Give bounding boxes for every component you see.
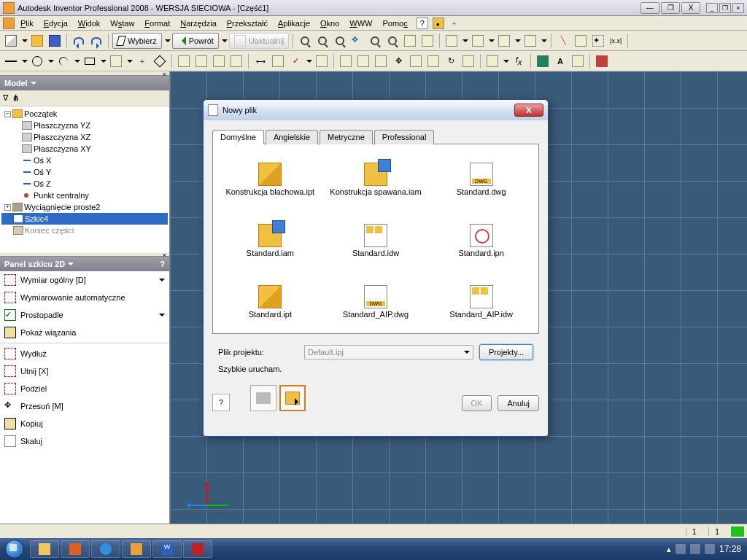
tray-volume-icon[interactable] xyxy=(705,544,715,554)
params-icon[interactable]: fx xyxy=(511,53,527,69)
select-dropdown[interactable] xyxy=(165,39,171,45)
menu-aplikacje[interactable]: Aplikacje xyxy=(274,18,314,28)
view-icon[interactable] xyxy=(470,33,486,49)
copy-icon[interactable] xyxy=(408,53,424,69)
dialog-help-button[interactable]: ? xyxy=(212,394,230,411)
model-tree[interactable]: −Początek Płaszczyzna YZ Płaszczyzna XZ … xyxy=(0,106,169,252)
tray-expand-icon[interactable]: ▴ xyxy=(667,545,671,554)
task-ie[interactable] xyxy=(91,540,120,558)
maximize-button[interactable]: ❐ xyxy=(661,2,680,14)
rotate-icon[interactable]: ↻ xyxy=(443,53,459,69)
task-explorer[interactable] xyxy=(30,540,59,558)
tool-trim[interactable]: Utnij [X] xyxy=(0,362,169,380)
tray-icon[interactable] xyxy=(676,544,686,554)
offset-icon[interactable] xyxy=(228,53,244,69)
redo-button[interactable] xyxy=(88,33,104,49)
extend-icon[interactable] xyxy=(338,53,354,69)
menu-widok[interactable]: Widok xyxy=(74,18,105,28)
stretch-icon[interactable] xyxy=(460,53,476,69)
start-button[interactable] xyxy=(0,538,29,560)
back-dropdown[interactable] xyxy=(222,39,228,45)
menu-format[interactable]: Format xyxy=(140,18,174,28)
template-item[interactable]: Standard.idw xyxy=(325,211,427,270)
pattern-rect-icon[interactable] xyxy=(193,53,209,69)
orbit-icon[interactable] xyxy=(402,33,418,49)
tool-scale[interactable]: Skaluj xyxy=(0,432,169,450)
sketch-line-icon[interactable]: ╲ xyxy=(555,33,571,49)
tree-sketch-selected[interactable]: Szkic4 xyxy=(1,213,168,225)
filter-icon[interactable]: ∇ xyxy=(3,93,8,103)
mirror-icon[interactable] xyxy=(176,53,192,69)
point-icon[interactable]: + xyxy=(134,53,150,69)
zoom-sel-icon[interactable] xyxy=(384,33,400,49)
template-item[interactable]: Standard_AIP.dwg xyxy=(325,273,427,331)
template-item[interactable]: Standard.dwg xyxy=(430,150,533,209)
polygon-icon[interactable] xyxy=(152,53,168,69)
panel-splitter-top[interactable]: × xyxy=(0,71,169,76)
fillet-icon[interactable] xyxy=(108,53,124,69)
select-button[interactable]: Wybierz xyxy=(112,33,162,49)
open-button[interactable] xyxy=(29,33,45,49)
menu-plik[interactable]: Plik xyxy=(16,18,38,28)
toggle-icon[interactable]: ⬧ xyxy=(433,18,444,29)
template-item[interactable]: Standard.ipn xyxy=(430,211,533,270)
project-file-combo[interactable]: Default.ipj xyxy=(304,345,473,359)
menu-narzedzia[interactable]: Narzędzia xyxy=(176,18,221,28)
image-icon[interactable] xyxy=(535,53,551,69)
project-geom-icon[interactable] xyxy=(484,53,500,69)
close-button[interactable]: X xyxy=(681,2,700,14)
menu-edycja[interactable]: Edycja xyxy=(39,18,72,28)
tool-show-constraints[interactable]: Pokaż wiązania xyxy=(0,324,169,341)
move-icon[interactable]: ✥ xyxy=(390,53,406,69)
menu-okno[interactable]: Okno xyxy=(316,18,344,28)
look-icon[interactable] xyxy=(419,33,436,49)
menu-wstaw[interactable]: Wstaw xyxy=(106,18,139,28)
tool-move[interactable]: ✥Przesuń [M] xyxy=(0,397,169,415)
camera-icon[interactable] xyxy=(496,33,512,49)
new-button[interactable] xyxy=(3,33,19,49)
zoom-in-icon[interactable] xyxy=(297,33,313,49)
save-button[interactable] xyxy=(47,33,63,49)
new-dropdown[interactable] xyxy=(22,39,28,45)
arc-icon[interactable] xyxy=(55,53,71,69)
template-item[interactable]: Konstrukcja spawana.iam xyxy=(325,150,427,209)
template-item[interactable]: Standard_AIP.idw xyxy=(430,273,533,331)
tab-english[interactable]: Angielskie xyxy=(266,130,318,144)
doc-close-button[interactable]: × xyxy=(732,3,744,13)
tree-item[interactable]: Punkt centralny xyxy=(1,190,168,201)
ok-button[interactable]: OK xyxy=(462,395,492,411)
pan-icon[interactable]: ✥ xyxy=(349,33,365,49)
tree-root[interactable]: −Początek xyxy=(1,108,168,120)
tree-item[interactable]: Płaszczyzna XZ xyxy=(1,131,168,143)
clock[interactable]: 17:28 xyxy=(719,544,741,554)
pattern-circ-icon[interactable] xyxy=(211,53,227,69)
show-constraints-icon[interactable] xyxy=(314,53,330,69)
menu-www[interactable]: WWW xyxy=(345,18,376,28)
undo-button[interactable] xyxy=(71,33,87,49)
doc-minimize-button[interactable]: _ xyxy=(706,3,718,13)
binoculars-icon[interactable]: ⋔ xyxy=(12,93,19,103)
scale-icon[interactable] xyxy=(425,53,441,69)
template-item[interactable]: Standard.ipt xyxy=(219,273,322,331)
dim-display-icon[interactable]: |x.x| xyxy=(608,33,624,49)
task-pdf[interactable] xyxy=(183,540,212,558)
tree-item[interactable]: Oś X xyxy=(1,155,168,166)
panel-splitter-mid[interactable]: × xyxy=(0,252,169,257)
autodim-icon[interactable] xyxy=(270,53,286,69)
dialog-titlebar[interactable]: Nowy plik X xyxy=(204,100,548,120)
task-word[interactable]: W xyxy=(152,540,182,558)
tree-item[interactable]: Płaszczyzna YZ xyxy=(1,120,168,131)
tree-item[interactable]: Płaszczyzna XY xyxy=(1,143,168,155)
tab-professional[interactable]: Professional xyxy=(374,130,435,144)
task-inventor[interactable] xyxy=(122,540,151,558)
projects-button[interactable]: Projekty... xyxy=(479,344,533,360)
dim-icon[interactable]: ⟷ xyxy=(252,53,268,69)
insert-icon[interactable] xyxy=(570,53,586,69)
tab-default[interactable]: Domyślne xyxy=(212,130,264,144)
task-media[interactable] xyxy=(61,540,90,558)
cancel-button[interactable]: Anuluj xyxy=(498,395,539,411)
tab-metric[interactable]: Metryczne xyxy=(320,130,373,144)
finish-sketch-icon[interactable] xyxy=(594,53,610,69)
menu-pomoc[interactable]: Pomoc xyxy=(379,18,412,28)
model-panel-header[interactable]: Model xyxy=(0,76,169,90)
